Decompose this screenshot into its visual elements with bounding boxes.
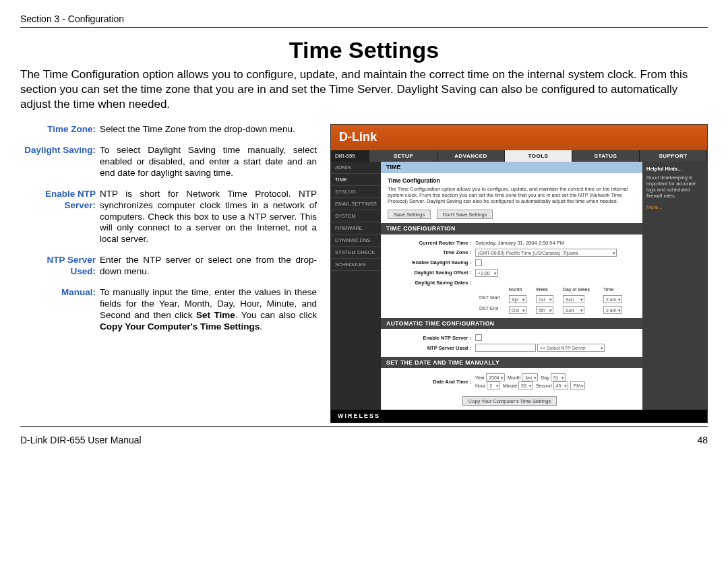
chevron-down-icon: ▾ (601, 344, 603, 352)
copy-computer-time-button[interactable]: Copy Your Computer's Time Settings (462, 396, 557, 406)
day-select[interactable]: 31▾ (551, 373, 566, 381)
ntp-used-input[interactable] (475, 344, 536, 352)
second-select[interactable]: 45▾ (553, 381, 568, 389)
model-badge: DIR-655 (331, 150, 370, 162)
chevron-down-icon: ▾ (580, 296, 583, 304)
tab-support[interactable]: SUPPORT (640, 150, 707, 162)
enable-ds-checkbox[interactable] (475, 259, 482, 266)
chevron-down-icon: ▾ (496, 382, 499, 390)
lbl-ds-offset: Daylight Saving Offset : (388, 270, 475, 276)
body-time-zone: Select the Time Zone from the drop-down … (100, 124, 317, 135)
rule-top (20, 27, 708, 28)
ntp-select[interactable]: << Select NTP Server▾ (537, 344, 605, 352)
ds-offset-select[interactable]: +1:00▾ (475, 269, 498, 277)
rule-bottom (20, 426, 708, 427)
tab-tools[interactable]: TOOLS (505, 150, 572, 162)
chevron-down-icon: ▾ (494, 270, 497, 278)
router-footer: WIRELESS (331, 410, 707, 423)
term-daylight: Daylight Saving: (20, 145, 100, 179)
lbl-ntp-used: NTP Server Used : (388, 345, 475, 351)
chevron-down-icon: ▾ (618, 296, 621, 304)
top-tabs: DIR-655 SETUP ADVANCED TOOLS STATUS SUPP… (331, 150, 707, 162)
page-title: Time Settings (20, 37, 708, 63)
val-current-time: Saturday, January 31, 2004 2:50:54 PM (475, 240, 636, 246)
dont-save-settings-button[interactable]: Don't Save Settings (437, 210, 493, 219)
manual-bold-2: Copy Your Computer's Time Settings (100, 321, 260, 332)
hour-select[interactable]: 2▾ (487, 381, 500, 389)
chevron-down-icon: ▾ (581, 382, 584, 390)
lbl-time-zone: Time Zone : (388, 249, 475, 255)
section-time-config: TIME CONFIGURATION (381, 223, 642, 234)
chevron-down-icon: ▾ (549, 307, 552, 315)
dst-hdr-month: Month (509, 287, 533, 292)
nav-email[interactable]: EMAIL SETTINGS (331, 198, 381, 210)
tab-status[interactable]: STATUS (572, 150, 640, 162)
dst-start-time[interactable]: 2 am▾ (603, 295, 622, 303)
chevron-down-icon: ▾ (549, 296, 552, 304)
manual-bold-1: Set Time (196, 310, 235, 320)
hints-more-link[interactable]: More... (646, 204, 703, 210)
section-auto-config: AUTOMATIC TIME CONFIGURATION (381, 318, 642, 329)
chevron-down-icon: ▾ (522, 296, 525, 304)
nav-time[interactable]: TIME (331, 174, 381, 186)
dt-lbl-day: Day (541, 375, 549, 380)
lbl-enable-ntp: Enable NTP Server : (388, 335, 475, 341)
ds-offset-value: +1:00 (478, 271, 490, 276)
dt-lbl-year: Year (475, 375, 485, 380)
section-manual: SET THE DATE AND TIME MANUALLY (381, 357, 642, 368)
main-panel: TIME Time Configuration The Time Configu… (381, 162, 642, 410)
chevron-down-icon: ▾ (618, 307, 621, 315)
nav-syscheck[interactable]: SYSTEM CHECK (331, 247, 381, 259)
dst-hdr-time: Time (603, 287, 628, 292)
body-ntp-used: Enter the NTP server or select one from … (100, 255, 317, 278)
body-manual: To manually input the time, enter the va… (100, 287, 317, 333)
month-select[interactable]: Jan▾ (522, 373, 538, 381)
subpanel-title: Time Configuration (388, 177, 636, 184)
time-zone-select[interactable]: (GMT-08:00) Pacific Time (US/Canada), Ti… (475, 249, 617, 257)
dst-start-month[interactable]: Apr▾ (509, 295, 526, 303)
dst-end-label: DST End (479, 306, 506, 314)
nav-admin[interactable]: ADMIN (331, 162, 381, 174)
tab-setup[interactable]: SETUP (370, 150, 437, 162)
dst-end-week[interactable]: 5th▾ (536, 306, 553, 314)
nav-system[interactable]: SYSTEM (331, 210, 381, 222)
dst-end-month[interactable]: Oct▾ (509, 306, 526, 314)
nav-sched[interactable]: SCHEDULES (331, 259, 381, 271)
dst-grid: Month Week Day of Week Time DST Start Ap… (479, 287, 636, 314)
left-nav: ADMIN TIME SYSLOG EMAIL SETTINGS SYSTEM … (331, 162, 381, 410)
term-manual: Manual: (20, 287, 100, 333)
dst-end-time[interactable]: 2 am▾ (603, 306, 622, 314)
lbl-date-time: Date And Time : (388, 379, 475, 385)
dt-lbl-month: Month (508, 375, 520, 380)
ampm-select[interactable]: PM▾ (570, 381, 585, 389)
nav-syslog[interactable]: SYSLOG (331, 186, 381, 198)
body-daylight: To select Daylight Saving time manually,… (100, 145, 317, 179)
dst-start-dow[interactable]: Sun▾ (563, 295, 584, 303)
nav-firmware[interactable]: FIRMWARE (331, 222, 381, 235)
term-time-zone: Time Zone: (20, 124, 100, 135)
chevron-down-icon: ▾ (522, 307, 525, 315)
minute-select[interactable]: 50▾ (518, 381, 533, 389)
chevron-down-icon: ▾ (501, 374, 504, 382)
save-settings-button[interactable]: Save Settings (388, 210, 431, 219)
nav-ddns[interactable]: DYNAMIC DNS (331, 235, 381, 247)
lbl-ds-dates: Daylight Saving Dates : (388, 280, 475, 286)
dst-end-dow[interactable]: Sun▾ (563, 306, 584, 314)
dt-lbl-minute: Minute (503, 383, 517, 388)
definitions-column: Time Zone: Select the Time Zone from the… (20, 124, 317, 342)
tab-advanced[interactable]: ADVANCED (437, 150, 505, 162)
manual-text-2: . You can also click (235, 310, 317, 320)
hints-title: Helpful Hints... (646, 166, 703, 172)
chevron-down-icon: ▾ (529, 382, 532, 390)
chevron-down-icon: ▾ (580, 307, 583, 315)
lbl-enable-ds: Enable Daylight Saving : (388, 259, 475, 266)
enable-ntp-checkbox[interactable] (475, 334, 482, 341)
dst-hdr-week: Week (536, 287, 560, 292)
lbl-current-time: Current Router Time : (388, 240, 475, 246)
chevron-down-icon: ▾ (613, 249, 615, 257)
dst-start-week[interactable]: 1st▾ (536, 295, 553, 303)
year-select[interactable]: 2004▾ (486, 373, 505, 381)
dt-lbl-second: Second (536, 383, 552, 388)
brand-bar: D-Link (331, 125, 707, 150)
dst-start-label: DST Start (479, 295, 506, 303)
